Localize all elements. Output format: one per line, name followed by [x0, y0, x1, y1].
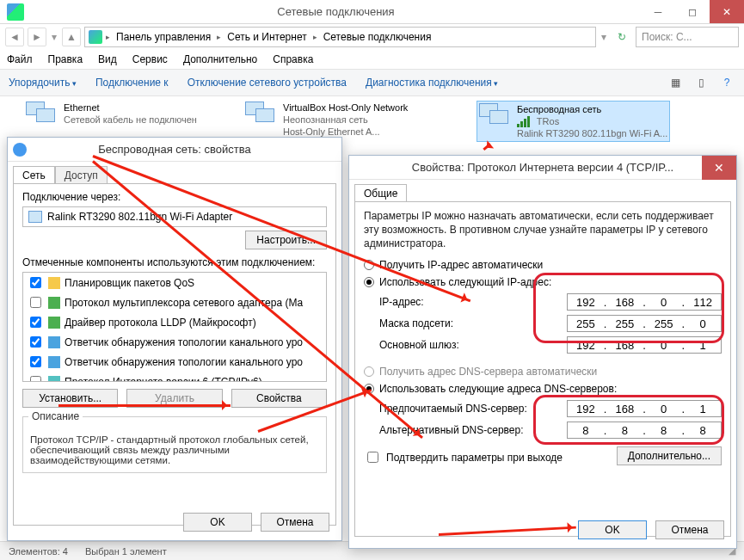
network-adapter-icon — [26, 102, 58, 129]
wifi-signal-icon — [517, 115, 534, 127]
ok-button[interactable]: OK — [578, 520, 647, 539]
connect-via-label: Подключение через: — [22, 191, 327, 203]
connection-name: VirtualBox Host-Only Network — [283, 102, 408, 114]
network-adapter-icon — [479, 103, 512, 131]
refresh-button[interactable]: ↻ — [612, 31, 632, 43]
radio-dns-auto: Получить адрес DNS-сервера автоматически — [364, 366, 722, 378]
component-label: Протокол Интернета версии 6 (TCP/IPv6) — [65, 376, 262, 383]
component-checkbox[interactable] — [30, 317, 41, 328]
dns-block: Предпочитаемый DNS-сервер: 192. 168. 0. … — [379, 400, 722, 439]
breadcrumb-dropdown[interactable]: ▾ — [600, 31, 608, 43]
preview-pane-icon[interactable]: ▯ — [692, 74, 710, 91]
tab-access[interactable]: Доступ — [55, 166, 108, 184]
connection-wireless[interactable]: Беспроводная сеть TRos Ralink RT3290 802… — [477, 102, 669, 141]
radio-ip-manual[interactable]: Использовать следующий IP-адрес: — [364, 276, 722, 288]
component-label: Планировщик пакетов QoS — [65, 277, 194, 289]
gateway-field[interactable]: 192. 168. 0. 1 — [567, 336, 722, 354]
command-bar: Упорядочить Подключение к Отключение сет… — [0, 69, 744, 96]
tab-body-network: Подключение через: Ralink RT3290 802.11b… — [13, 183, 336, 526]
connection-virtualbox[interactable]: VirtualBox Host-Only Network Неопознанна… — [245, 102, 408, 138]
gateway-label: Основной шлюз: — [379, 339, 567, 351]
connection-name: Ethernet — [64, 102, 197, 114]
connection-adapter: Host-Only Ethernet A... — [283, 126, 408, 138]
component-row[interactable]: Драйвер протокола LLDP (Майкрософт) — [23, 312, 326, 332]
remove-button[interactable]: Удалить — [126, 389, 222, 408]
component-checkbox[interactable] — [30, 356, 41, 367]
menu-view[interactable]: Вид — [98, 53, 117, 65]
info-text: Параметры IP можно назначать автоматичес… — [364, 209, 722, 250]
component-row[interactable]: Ответчик обнаружения топологии канальног… — [23, 332, 326, 352]
confirm-checkbox[interactable] — [367, 452, 378, 463]
cmd-organize[interactable]: Упорядочить — [9, 77, 77, 89]
tab-general[interactable]: Общие — [354, 184, 407, 202]
component-row[interactable]: Ответчик обнаружения топологии канальног… — [23, 352, 326, 372]
menu-help[interactable]: Справка — [273, 53, 313, 65]
adapter-icon — [28, 211, 42, 223]
adapter-name: Ralink RT3290 802.11bgn Wi-Fi Adapter — [47, 211, 232, 223]
component-icon — [48, 277, 60, 289]
properties-button[interactable]: Свойства — [231, 389, 327, 408]
component-row[interactable]: Протокол Интернета версии 6 (TCP/IPv6) — [23, 372, 326, 382]
breadcrumb-icon — [89, 30, 102, 44]
component-checkbox[interactable] — [30, 376, 41, 382]
tab-body-general: Параметры IP можно назначать автоматичес… — [354, 201, 731, 537]
help-icon[interactable]: ? — [718, 74, 735, 91]
connection-adapter: Ralink RT3290 802.11bgn Wi-Fi A... — [517, 127, 667, 139]
connection-status: Неопознанная сеть — [283, 114, 408, 126]
minimize-button[interactable]: ─ — [641, 0, 675, 23]
breadcrumb[interactable]: ▸ Панель управления ▸ Сеть и Интернет ▸ … — [84, 27, 596, 47]
up-button[interactable]: ▲ — [62, 28, 81, 46]
cancel-button[interactable]: Отмена — [655, 520, 724, 539]
configure-button[interactable]: Настроить... — [245, 231, 327, 249]
close-button[interactable]: ✕ — [702, 156, 736, 180]
forward-button[interactable]: ► — [28, 28, 46, 46]
component-label: Ответчик обнаружения топологии канальног… — [65, 356, 303, 368]
dns2-field[interactable]: 8. 8. 8. 8 — [567, 422, 722, 439]
tab-network[interactable]: Сеть — [13, 166, 55, 184]
adapter-field[interactable]: Ralink RT3290 802.11bgn Wi-Fi Adapter — [22, 206, 327, 227]
menu-file[interactable]: Файл — [7, 53, 33, 65]
radio-ip-auto[interactable]: Получить IP-адрес автоматически — [364, 259, 722, 271]
component-row[interactable]: Планировщик пакетов QoS — [23, 273, 326, 292]
ok-button[interactable]: OK — [183, 513, 252, 532]
connection-ssid: TRos — [517, 115, 667, 127]
back-button[interactable]: ◄ — [5, 28, 24, 46]
dialog-title: Свойства: Протокол Интернета версии 4 (T… — [349, 156, 736, 180]
dns1-field[interactable]: 192. 168. 0. 1 — [567, 400, 722, 417]
view-options-icon[interactable]: ▦ — [667, 74, 684, 91]
component-icon — [48, 317, 60, 329]
advanced-button[interactable]: Дополнительно... — [617, 446, 722, 465]
search-input[interactable]: Поиск: С... — [636, 27, 739, 47]
component-checkbox[interactable] — [30, 277, 41, 288]
breadcrumb-item[interactable]: Сеть и Интернет — [224, 31, 309, 43]
close-button[interactable]: ✕ — [710, 0, 744, 23]
cmd-connect[interactable]: Подключение к — [95, 77, 169, 89]
components-list[interactable]: Планировщик пакетов QoSПротокол мультипл… — [22, 272, 327, 382]
cancel-button[interactable]: Отмена — [261, 513, 329, 532]
cmd-diagnose[interactable]: Диагностика подключения — [366, 77, 498, 89]
status-elements: Элементов: 4 — [9, 546, 68, 557]
component-checkbox[interactable] — [30, 297, 41, 308]
breadcrumb-item[interactable]: Сетевые подключения — [321, 31, 434, 43]
ipv4-properties-dialog: Свойства: Протокол Интернета версии 4 (T… — [348, 155, 737, 549]
dialog-title: Беспроводная сеть: свойства — [8, 138, 341, 162]
history-dropdown[interactable]: ▾ — [50, 31, 58, 43]
component-checkbox[interactable] — [30, 336, 41, 348]
menu-extra[interactable]: Дополнительно — [183, 53, 257, 65]
component-label: Ответчик обнаружения топологии канальног… — [65, 336, 303, 348]
breadcrumb-item[interactable]: Панель управления — [114, 31, 213, 43]
subnet-mask-field[interactable]: 255. 255. 255. 0 — [567, 315, 722, 332]
cmd-disable[interactable]: Отключение сетевого устройства — [188, 77, 347, 89]
install-button[interactable]: Установить... — [22, 389, 118, 408]
menu-edit[interactable]: Правка — [48, 53, 83, 65]
ip-address-field[interactable]: 192. 168. 0. 112 — [567, 293, 722, 311]
menu-service[interactable]: Сервис — [132, 53, 168, 65]
maximize-button[interactable]: ◻ — [675, 0, 710, 23]
component-label: Протокол мультиплексора сетевого адаптер… — [65, 297, 303, 309]
description-title: Описание — [28, 410, 83, 422]
description-text: Протокол TCP/IP - стандартный протокол г… — [30, 434, 319, 465]
component-row[interactable]: Протокол мультиплексора сетевого адаптер… — [23, 292, 326, 312]
connection-ethernet[interactable]: Ethernet Сетевой кабель не подключен — [26, 102, 197, 129]
radio-dns-manual[interactable]: Использовать следующие адреса DNS-сервер… — [364, 383, 722, 395]
adapter-properties-dialog: Беспроводная сеть: свойства Сеть Доступ … — [7, 137, 342, 541]
